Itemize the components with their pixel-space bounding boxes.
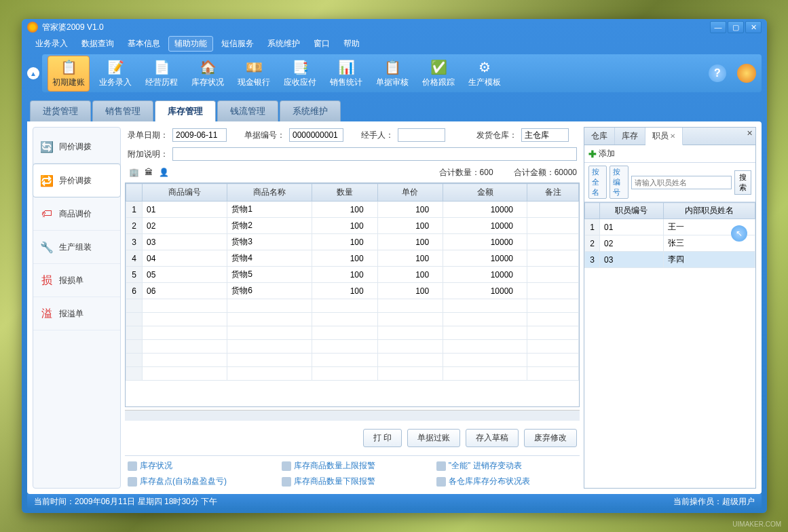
search-input[interactable] <box>631 176 732 189</box>
content-area: 🔄同价调拨🔁异价调拨🏷商品调价🔧生产组装损报损单溢报溢单 录单日期： 单据编号：… <box>27 121 762 494</box>
toolbar-7[interactable]: 📋单据审核 <box>372 56 413 91</box>
sidebar-icon-0: 🔄 <box>40 140 54 153</box>
sidebar-item-4[interactable]: 损报损单 <box>33 264 120 297</box>
docno-input[interactable] <box>289 128 343 142</box>
app-icon <box>27 22 38 33</box>
tool-icon-3: 🏠 <box>198 59 217 75</box>
staff-grid[interactable]: 职员编号内部职员姓名101王一202张三303李四 <box>584 202 755 488</box>
sidebar-item-2[interactable]: 🏷商品调价 <box>33 197 120 231</box>
link-icon <box>128 461 137 471</box>
action-btn-3[interactable]: 废弃修改 <box>524 429 577 447</box>
tool-icon-7: 📋 <box>383 59 402 75</box>
toolbar-collapse-icon[interactable]: ▲ <box>27 67 39 79</box>
toolbar-6[interactable]: 📊销售统计 <box>326 56 367 91</box>
close-button[interactable]: ✕ <box>745 21 762 33</box>
sidebar-item-1[interactable]: 🔁异价调拨 <box>33 164 121 197</box>
staff-row[interactable]: 303李四 <box>585 252 755 268</box>
warehouse-input[interactable] <box>521 128 569 142</box>
menu-3[interactable]: 辅助功能 <box>168 36 213 52</box>
toolbar-4[interactable]: 💴现金银行 <box>233 56 274 91</box>
main-tab-2[interactable]: 库存管理 <box>155 100 216 121</box>
main-tab-1[interactable]: 销售管理 <box>92 100 153 121</box>
link-icon <box>436 461 446 471</box>
main-tab-4[interactable]: 系统维护 <box>280 100 341 121</box>
table-row[interactable]: 101货物110010010000 <box>126 202 579 218</box>
link-5[interactable]: 各仓库库存分布状况表 <box>436 476 577 487</box>
toolbar-2[interactable]: 📄经营历程 <box>141 56 182 91</box>
toolbar-0[interactable]: 📋初期建账 <box>48 56 90 92</box>
watermark: UIMAKER.COM <box>732 520 781 528</box>
main-panel: 录单日期： 单据编号： 经手人： 发货仓库： 附加说明： 🏢 🏛 👤 <box>125 127 580 489</box>
link-icon <box>436 477 446 487</box>
table-row[interactable]: 606货物610010010000 <box>126 283 579 299</box>
toolbar-8[interactable]: ✅价格跟踪 <box>418 56 459 91</box>
sidebar-item-3[interactable]: 🔧生产组装 <box>33 231 120 264</box>
horizontal-scrollbar[interactable] <box>125 410 580 421</box>
sidebar-item-5[interactable]: 溢报溢单 <box>33 297 120 330</box>
add-button[interactable]: ✚ 添加 <box>588 148 615 159</box>
sidebar-label-3: 生产组装 <box>59 242 92 253</box>
menu-7[interactable]: 帮助 <box>338 37 365 51</box>
menu-1[interactable]: 数据查询 <box>76 37 119 51</box>
table-row[interactable]: 202货物210010010000 <box>126 218 579 234</box>
menu-2[interactable]: 基本信息 <box>122 37 166 51</box>
tool-icon-1: 📝 <box>106 59 125 75</box>
link-4[interactable]: 库存商品数量下限报警 <box>282 476 422 487</box>
link-0[interactable]: 库存状况 <box>128 460 268 472</box>
maximize-button[interactable]: ▢ <box>728 21 744 33</box>
link-2[interactable]: "全能" 进销存变动表 <box>436 460 577 472</box>
filter-fullname-button[interactable]: 按全名 <box>588 166 607 199</box>
menu-6[interactable]: 窗口 <box>308 37 335 51</box>
help-icon[interactable]: ? <box>709 64 726 82</box>
tab-close-icon[interactable]: ✕ <box>670 132 675 140</box>
grid-icon-2[interactable]: 🏛 <box>143 166 155 178</box>
panel-close-icon[interactable]: ✕ <box>747 129 753 138</box>
menu-4[interactable]: 短信服务 <box>216 37 259 51</box>
filter-code-button[interactable]: 按编号 <box>609 166 628 199</box>
toolbar-5[interactable]: 📑应收应付 <box>280 56 320 91</box>
main-tab-3[interactable]: 钱流管理 <box>217 100 278 121</box>
link-icon <box>128 477 137 487</box>
menu-0[interactable]: 业务录入 <box>30 37 73 51</box>
table-row[interactable]: 404货物410010010000 <box>126 250 579 267</box>
sidebar-icon-5: 溢 <box>40 307 54 320</box>
menu-5[interactable]: 系统维护 <box>262 37 305 51</box>
rp-tab-2[interactable]: 职员✕ <box>645 128 683 145</box>
minimize-button[interactable]: — <box>710 21 726 33</box>
date-input[interactable] <box>172 128 227 142</box>
tool-icon-0: 📋 <box>59 59 78 75</box>
sidebar-label-4: 报损单 <box>59 275 83 286</box>
link-3[interactable]: 库存盘点(自动盘盈盘亏) <box>128 476 268 487</box>
toolbar-9[interactable]: ⚙生产模板 <box>464 56 505 91</box>
warehouse-label: 发货仓库： <box>476 130 517 141</box>
toolbar-3[interactable]: 🏠库存状况 <box>187 56 228 91</box>
data-grid[interactable]: 商品编号商品名称数量单价金额备注101货物110010010000202货物21… <box>125 183 580 407</box>
table-row[interactable]: 505货物510010010000 <box>126 267 579 283</box>
main-tab-0[interactable]: 进货管理 <box>30 100 91 121</box>
remark-input[interactable] <box>172 147 577 161</box>
date-label: 录单日期： <box>128 130 168 141</box>
person-icon[interactable]: 👤 <box>157 166 170 178</box>
status-user: 当前操作员：超级用户 <box>673 496 755 508</box>
staff-row[interactable]: 101王一 <box>585 219 755 235</box>
rp-tab-0[interactable]: 仓库 <box>584 128 615 145</box>
titlebar[interactable]: 管家婆2009 V1.0 — ▢ ✕ <box>22 19 767 35</box>
write-icon[interactable] <box>737 64 756 83</box>
sidebar-item-0[interactable]: 🔄同价调拨 <box>33 130 120 164</box>
search-button[interactable]: 搜索 <box>734 170 752 195</box>
action-btn-1[interactable]: 单据过账 <box>407 429 460 447</box>
main-tabs: 进货管理销售管理库存管理钱流管理系统维护 <box>22 100 767 121</box>
rp-tab-1[interactable]: 库存 <box>615 128 645 145</box>
sidebar: 🔄同价调拨🔁异价调拨🏷商品调价🔧生产组装损报损单溢报溢单 <box>33 127 121 489</box>
table-row[interactable]: 303货物310010010000 <box>126 234 579 250</box>
grid-icon-1[interactable]: 🏢 <box>128 166 140 178</box>
handler-input[interactable] <box>398 128 445 142</box>
status-time: 当前时间：2009年06月11日 星期四 18时30分 下午 <box>34 496 217 508</box>
action-btn-2[interactable]: 存入草稿 <box>466 429 519 447</box>
link-1[interactable]: 库存商品数量上限报警 <box>282 460 422 472</box>
sidebar-icon-4: 损 <box>40 273 54 287</box>
action-btn-0[interactable]: 打 印 <box>363 429 402 447</box>
staff-row[interactable]: 202张三 <box>585 235 755 252</box>
toolbar-1[interactable]: 📝业务录入 <box>95 56 136 91</box>
link-icon <box>282 477 291 487</box>
